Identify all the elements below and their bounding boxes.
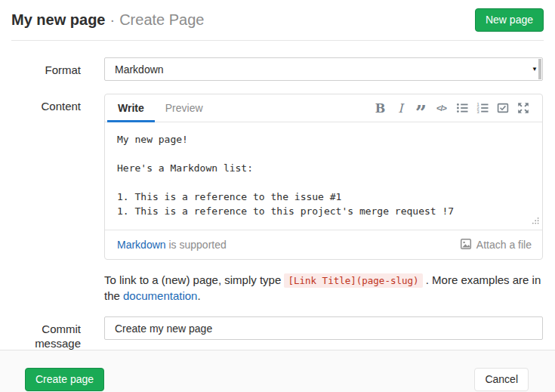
hint-period: . [197,289,200,302]
cancel-button[interactable]: Cancel [474,368,529,391]
bullet-list-icon[interactable] [452,94,472,122]
attach-file-button[interactable]: Attach a file [460,238,532,252]
numbered-list-icon[interactable]: 1 2 3 [472,94,492,122]
tab-preview[interactable]: Preview [155,94,214,122]
editor-header: Write Preview B I ” </> [105,94,542,122]
markdown-supported-text: is supported [168,239,226,251]
page-title: My new page [11,11,105,29]
title-separator: · [109,11,115,29]
code-icon[interactable]: </> [431,94,452,122]
hint-text-before: To link to a (new) page, simply type [104,273,281,286]
content-label: Content [11,94,81,260]
format-select[interactable]: Markdown ▼ [104,57,543,81]
svg-text:3: 3 [476,110,479,114]
documentation-link[interactable]: documentation [123,289,197,302]
page-header: My new page · Create Page New page [11,0,544,41]
italic-icon[interactable]: I [390,94,411,122]
image-file-icon [460,238,472,252]
select-scrollbar [538,59,541,79]
format-label: Format [11,57,81,81]
wiki-form: Format Markdown ▼ Content Write Preview [0,41,555,350]
new-page-button[interactable]: New page [475,8,544,32]
page-subtitle: Create Page [119,11,204,29]
fullscreen-icon[interactable] [513,94,533,122]
commit-message-label: Commit message [11,316,81,350]
editor-body: My new page! Here's a Markdown list: 1. … [105,122,542,230]
markdown-help-link[interactable]: Markdown [117,239,166,251]
editor-toolbar: B I ” </> [370,94,542,122]
create-wiki-page: My new page · Create Page New page Forma… [0,0,555,392]
hint-code-example: [Link Title](page-slug) [284,273,422,288]
bold-icon[interactable]: B [370,94,390,122]
attach-file-label: Attach a file [476,239,532,251]
content-row: Content Write Preview B I ” </> [11,94,543,260]
link-hint: To link to a (new) page, simply type [Li… [104,273,543,304]
format-select-value: Markdown [115,63,164,76]
tab-write[interactable]: Write [107,94,155,122]
commit-message-input[interactable] [104,316,543,340]
commit-row: Commit message [11,316,543,350]
task-list-icon[interactable] [492,94,513,122]
content-textarea[interactable]: My new page! Here's a Markdown list: 1. … [105,122,542,230]
chevron-down-icon: ▼ [532,58,538,80]
create-page-button[interactable]: Create page [25,368,104,391]
quote-icon[interactable]: ” [411,94,431,122]
editor-footer: Markdown is supported Att [105,230,542,259]
form-actions: Create page Cancel [0,350,555,392]
format-row: Format Markdown ▼ [11,57,543,81]
resize-grip-icon[interactable] [532,215,540,228]
markdown-editor: Write Preview B I ” </> [104,94,543,260]
